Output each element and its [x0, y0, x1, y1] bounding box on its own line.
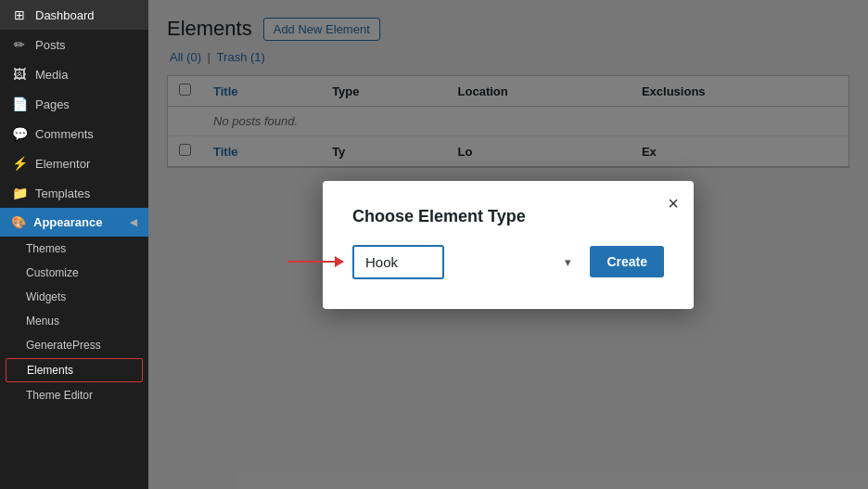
- comments-icon: 💬: [11, 126, 28, 141]
- modal-overlay: × Choose Element Type Hook Header Footer…: [148, 0, 868, 489]
- modal-form-row: Hook Header Footer Single Archive ▾ Crea…: [352, 245, 664, 279]
- choose-element-modal: × Choose Element Type Hook Header Footer…: [323, 181, 694, 309]
- sidebar-item-label: Elementor: [35, 157, 90, 171]
- pages-icon: 📄: [11, 97, 28, 111]
- chevron-right-icon: ◀: [130, 217, 137, 227]
- sidebar-item-dashboard[interactable]: ⊞ Dashboard: [0, 0, 148, 30]
- sidebar-item-label: Templates: [35, 187, 90, 200]
- sidebar-item-label: Comments: [35, 127, 94, 141]
- chevron-down-icon: ▾: [565, 255, 571, 269]
- sidebar-sub-item-elements[interactable]: Elements: [6, 358, 143, 382]
- arrow-line: [287, 261, 343, 263]
- modal-close-button[interactable]: ×: [668, 194, 679, 212]
- dashboard-icon: ⊞: [11, 7, 28, 22]
- sidebar-sub-item-generatepress[interactable]: GeneratePress: [0, 333, 148, 357]
- templates-icon: 📁: [11, 186, 28, 200]
- sidebar-item-pages[interactable]: 📄 Pages: [0, 89, 148, 119]
- sidebar-item-label: Dashboard: [35, 8, 95, 22]
- sidebar-sub-item-widgets[interactable]: Widgets: [0, 285, 148, 309]
- sidebar-sub-item-customize[interactable]: Customize: [0, 261, 148, 285]
- media-icon: 🖼: [11, 67, 28, 82]
- sidebar-sub-item-themes[interactable]: Themes: [0, 237, 148, 261]
- arrow-annotation: [287, 261, 343, 263]
- sidebar-item-label: Pages: [35, 97, 70, 111]
- sidebar-sub-item-menus[interactable]: Menus: [0, 309, 148, 333]
- appearance-submenu: Themes Customize Widgets Menus GenerateP…: [0, 237, 148, 407]
- sidebar-item-templates[interactable]: 📁 Templates: [0, 178, 148, 208]
- create-button[interactable]: Create: [590, 246, 664, 277]
- sidebar-section-label: Appearance: [33, 215, 102, 229]
- sidebar-item-label: Media: [35, 68, 68, 82]
- main-content: Elements Add New Element All (0) | Trash…: [148, 0, 868, 489]
- elementor-icon: ⚡: [11, 156, 28, 171]
- posts-icon: ✏: [11, 37, 28, 52]
- modal-title: Choose Element Type: [352, 207, 664, 226]
- sidebar-item-media[interactable]: 🖼 Media: [0, 59, 148, 89]
- sidebar-item-posts[interactable]: ✏ Posts: [0, 30, 148, 59]
- sidebar-item-appearance[interactable]: 🎨 Appearance ◀: [0, 208, 148, 237]
- sidebar-item-elementor[interactable]: ⚡ Elementor: [0, 148, 148, 178]
- sidebar: ⊞ Dashboard ✏ Posts 🖼 Media 📄 Pages 💬 Co…: [0, 0, 148, 489]
- sidebar-sub-item-theme-editor[interactable]: Theme Editor: [0, 383, 148, 407]
- element-type-select-wrapper: Hook Header Footer Single Archive ▾: [352, 245, 581, 279]
- sidebar-item-label: Posts: [35, 38, 66, 52]
- sidebar-item-comments[interactable]: 💬 Comments: [0, 119, 148, 148]
- appearance-icon: 🎨: [11, 215, 26, 229]
- element-type-select[interactable]: Hook Header Footer Single Archive: [352, 245, 444, 279]
